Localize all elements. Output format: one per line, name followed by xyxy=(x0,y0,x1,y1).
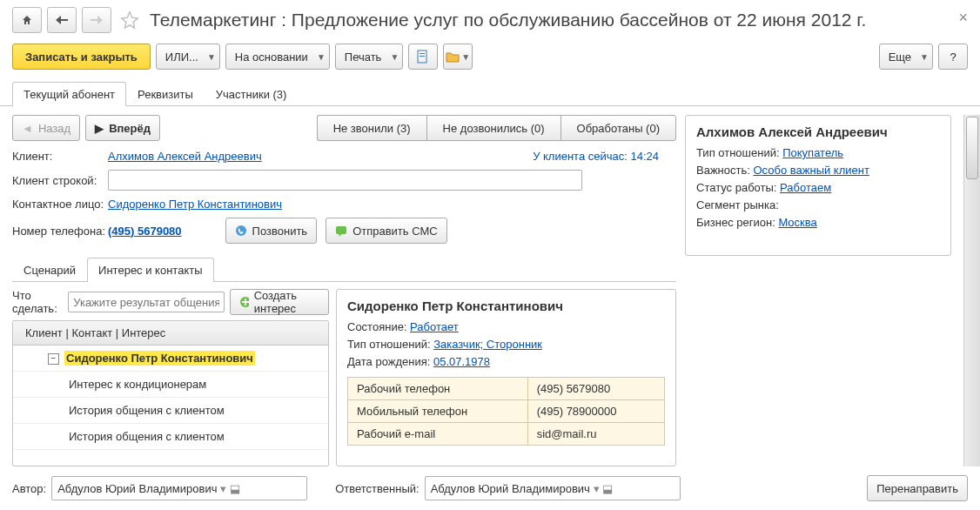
chevron-down-icon: ▼ xyxy=(920,52,929,62)
open-icon[interactable]: ▾ ⬓ xyxy=(594,482,614,495)
svg-rect-2 xyxy=(420,56,425,57)
client-time: У клиента сейчас: 14:24 xyxy=(533,150,659,163)
print-dropdown[interactable]: Печать▼ xyxy=(335,44,404,70)
call-button[interactable]: Позвонить xyxy=(225,218,318,244)
triangle-left-icon: ◄ xyxy=(22,122,33,135)
contact-details-panel: Сидоренко Петр Константинович Состояние:… xyxy=(336,289,676,466)
tab-scenario[interactable]: Сценарий xyxy=(12,258,87,282)
based-on-dropdown[interactable]: На основании▼ xyxy=(225,44,330,70)
contact-name-heading: Сидоренко Петр Константинович xyxy=(347,299,665,313)
favorite-icon[interactable] xyxy=(120,10,139,30)
client-string-input[interactable] xyxy=(108,170,582,191)
filter-not-called[interactable]: Не звонили (3) xyxy=(317,115,426,141)
phone-icon xyxy=(235,225,247,237)
next-button[interactable]: ▶Вперёд xyxy=(85,115,160,141)
contact-label: Контактное лицо: xyxy=(12,198,108,211)
save-close-button[interactable]: Записать и закрыть xyxy=(12,44,151,70)
tab-participants[interactable]: Участники (3) xyxy=(205,82,299,106)
responsible-dropdown[interactable]: Абдулов Юрий Владимирович▾ ⬓ xyxy=(425,476,681,500)
tab-requisites[interactable]: Реквизиты xyxy=(126,82,205,106)
prev-button[interactable]: ◄Назад xyxy=(12,115,80,141)
phone-link[interactable]: (495) 5679080 xyxy=(108,225,182,238)
chevron-down-icon: ▼ xyxy=(390,52,399,62)
more-dropdown[interactable]: Еще▼ xyxy=(879,44,933,70)
forward-button[interactable] xyxy=(82,7,111,33)
tab-interest-contacts[interactable]: Интерес и контакты xyxy=(87,258,213,282)
tree-row[interactable]: Интерес к кондиционерам xyxy=(13,372,328,398)
redirect-button[interactable]: Перенаправить xyxy=(867,475,968,501)
tree-header: Клиент | Контакт | Интерес xyxy=(13,321,328,346)
todo-label: Что сделать: xyxy=(12,289,63,315)
chevron-down-icon: ▼ xyxy=(207,52,216,62)
triangle-right-icon: ▶ xyxy=(95,122,104,135)
table-row: Мобильный телефон(495) 78900000 xyxy=(348,400,665,423)
tree-row[interactable]: История общения с клиентом xyxy=(13,424,328,450)
sms-button[interactable]: Отправить СМС xyxy=(326,218,447,244)
chevron-down-icon: ▼ xyxy=(317,52,326,62)
client-status-link[interactable]: Работаем xyxy=(780,181,831,194)
svg-rect-4 xyxy=(336,226,346,234)
table-row: Рабочий e-mailsid@mail.ru xyxy=(348,423,665,446)
plus-icon xyxy=(239,296,248,308)
client-string-label: Клиент строкой: xyxy=(12,174,108,187)
folder-icon-button[interactable]: ▼ xyxy=(443,44,473,70)
scrollbar[interactable] xyxy=(963,115,980,466)
svg-rect-1 xyxy=(420,53,425,54)
contact-link[interactable]: Сидоренко Петр Константинович xyxy=(108,198,282,211)
sms-icon xyxy=(335,225,347,237)
phone-label: Номер телефона: xyxy=(12,225,108,238)
tree-row[interactable]: История общения с клиентом xyxy=(13,398,328,424)
client-link[interactable]: Алхимов Алексей Андреевич xyxy=(108,150,262,163)
tree-row[interactable]: −Сидоренко Петр Константинович xyxy=(13,346,328,372)
responsible-label: Ответственный: xyxy=(335,482,419,495)
contact-rel-link[interactable]: Заказчик; Сторонник xyxy=(433,338,542,351)
author-label: Автор: xyxy=(12,482,46,495)
open-icon[interactable]: ▾ ⬓ xyxy=(220,482,240,495)
client-importance-link[interactable]: Особо важный клиент xyxy=(753,164,869,177)
client-region-link[interactable]: Москва xyxy=(778,216,816,229)
contact-state-link[interactable]: Работает xyxy=(410,320,459,333)
or-dropdown[interactable]: ИЛИ...▼ xyxy=(156,44,220,70)
help-button[interactable]: ? xyxy=(938,44,968,70)
collapse-icon[interactable]: − xyxy=(48,353,59,365)
client-name-heading: Алхимов Алексей Андреевич xyxy=(696,124,940,139)
svg-point-3 xyxy=(236,225,246,236)
doc-icon-button[interactable] xyxy=(408,44,438,70)
author-dropdown[interactable]: Абдулов Юрий Владимирович▾ ⬓ xyxy=(51,476,307,500)
back-button[interactable] xyxy=(47,7,77,33)
create-interest-button[interactable]: Создать интерес xyxy=(230,289,329,315)
contact-tree[interactable]: Клиент | Контакт | Интерес −Сидоренко Пе… xyxy=(12,320,329,466)
home-button[interactable] xyxy=(12,7,42,33)
table-row: Рабочий телефон(495) 5679080 xyxy=(348,378,665,400)
todo-input[interactable] xyxy=(68,292,225,312)
filter-no-answer[interactable]: Не дозвонились (0) xyxy=(426,115,560,141)
window-title: Телемаркетинг : Предложение услуг по обс… xyxy=(150,10,866,30)
client-rel-link[interactable]: Покупатель xyxy=(782,146,843,159)
tab-current-subscriber[interactable]: Текущий абонент xyxy=(12,82,126,106)
client-label: Клиент: xyxy=(12,150,108,163)
contact-dob-link[interactable]: 05.07.1978 xyxy=(433,355,490,368)
scroll-thumb[interactable] xyxy=(966,117,978,179)
close-icon[interactable]: × xyxy=(958,9,968,27)
filter-processed[interactable]: Обработаны (0) xyxy=(560,115,676,141)
contact-info-table: Рабочий телефон(495) 5679080 Мобильный т… xyxy=(347,377,665,446)
client-details-panel: Алхимов Алексей Андреевич Тип отношений:… xyxy=(685,115,951,256)
